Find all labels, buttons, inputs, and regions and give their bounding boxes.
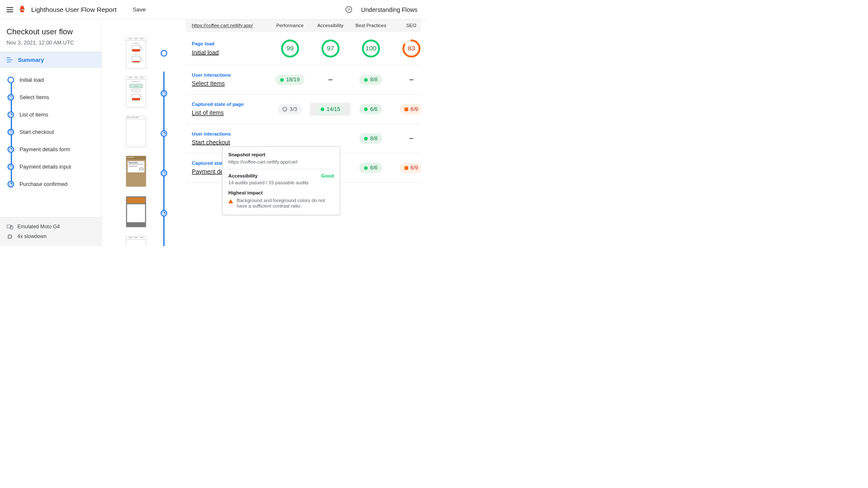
- sidebar-step[interactable]: Payment details input: [7, 158, 102, 175]
- timeline-node-navigation-icon: [161, 50, 167, 57]
- sidebar-step-list: Initial load Select Items List of items …: [0, 68, 102, 198]
- timeline-node-timespan-icon: [161, 170, 167, 177]
- tooltip-rating: Good: [321, 173, 334, 179]
- score-pill[interactable]: 6/9: [400, 163, 421, 173]
- tooltip-detail: 14 audits passed / 15 passable audits: [228, 180, 334, 186]
- step-thumbnail[interactable]: Add Espresso?Yes please: [126, 76, 146, 108]
- tooltip-highest-impact-title: Highest impact: [228, 190, 334, 196]
- table-row: User interactions Select Items 18/198/8: [186, 65, 421, 94]
- score-pill[interactable]: 6/6: [359, 104, 382, 114]
- svg-text:99: 99: [286, 44, 293, 52]
- svg-text:97: 97: [327, 44, 334, 52]
- step-title-link[interactable]: List of items: [192, 110, 270, 116]
- main-panel: espressolatte Add Espresso?Yes please To…: [102, 19, 426, 246]
- svg-rect-12: [8, 235, 11, 238]
- sidebar-step[interactable]: Start checkout: [7, 123, 102, 141]
- lighthouse-logo-icon: [19, 5, 26, 14]
- not-applicable-icon: [409, 138, 413, 139]
- warning-triangle-icon: [228, 199, 233, 203]
- tooltip-url: https://coffee-cart.netlify.app/cart: [228, 159, 334, 169]
- navigation-node-icon: [8, 77, 14, 83]
- devices-icon: [7, 225, 14, 230]
- sidebar-step-label: Purchase confirmed: [19, 181, 67, 187]
- sidebar-step-label: Select Items: [19, 94, 49, 100]
- step-title-link[interactable]: Initial load: [192, 49, 270, 56]
- sidebar-step[interactable]: Initial load: [7, 71, 102, 89]
- env-device: Emulated Moto G4: [7, 222, 95, 232]
- timespan-node-icon: [8, 129, 14, 136]
- step-thumbnail[interactable]: espressolatte: [126, 37, 146, 69]
- sidebar-step[interactable]: List of items: [7, 106, 102, 123]
- flow-url[interactable]: https://coffee-cart.netlify.app/: [192, 23, 270, 28]
- table-row: Page load Initial load 99 97 100 83: [186, 32, 421, 65]
- svg-text:100: 100: [365, 44, 376, 52]
- timespan-node-icon: [8, 94, 14, 101]
- tooltip-title: Snapshot report: [228, 152, 334, 158]
- sidebar-summary-tab[interactable]: Summary: [0, 52, 102, 68]
- step-kind-label: User interactions: [192, 72, 270, 78]
- timeline-rail: [163, 72, 164, 246]
- timeline-node-snapshot-icon: [161, 210, 167, 217]
- score-gauge[interactable]: 99: [281, 39, 299, 58]
- step-kind-label: Page load: [192, 41, 270, 47]
- flow-title: Checkout user flow: [7, 27, 95, 36]
- help-icon[interactable]: ?: [345, 6, 352, 13]
- sidebar-step[interactable]: Purchase confirmed: [7, 175, 102, 193]
- step-kind-label: User interactions: [192, 131, 270, 137]
- sidebar-step-label: List of items: [19, 111, 48, 118]
- column-header: Accessibility: [310, 23, 351, 28]
- snapshot-node-icon: [8, 146, 14, 153]
- step-thumbnail[interactable]: [126, 196, 146, 227]
- table-row: Captured state of page List of items 3/3…: [186, 94, 421, 124]
- score-gauge[interactable]: 100: [362, 39, 380, 58]
- step-title-link[interactable]: Start checkout: [192, 139, 270, 146]
- sidebar-step-label: Initial load: [19, 77, 44, 83]
- timespan-node-icon: [8, 164, 14, 170]
- env-throttle: 4x slowdown: [7, 232, 95, 241]
- not-applicable-icon: [328, 79, 333, 80]
- column-header: Best Practices: [351, 23, 391, 28]
- sidebar-summary-label: Summary: [18, 57, 44, 64]
- env-device-label: Emulated Moto G4: [17, 224, 60, 230]
- score-gauge[interactable]: 97: [321, 39, 340, 58]
- understanding-flows-link[interactable]: Understanding Flows: [361, 6, 417, 13]
- column-header: Performance: [270, 23, 310, 28]
- score-pill[interactable]: 8/8: [359, 75, 382, 85]
- step-thumbnail[interactable]: [126, 116, 146, 147]
- snapshot-node-icon: [8, 181, 14, 188]
- step-title-link[interactable]: Select Items: [192, 80, 270, 87]
- summary-icon: [7, 58, 14, 62]
- score-pill[interactable]: 3/3: [278, 104, 302, 114]
- svg-marker-0: [20, 6, 24, 9]
- sidebar-environment: Emulated Moto G4 4x slowdown: [0, 217, 102, 247]
- table-header-row: https://coffee-cart.netlify.app/ Perform…: [186, 19, 421, 32]
- app-header: Lighthouse User Flow Report Save ? Under…: [0, 0, 426, 19]
- sidebar-step-label: Payment details input: [19, 164, 71, 170]
- score-gauge[interactable]: 83: [402, 39, 420, 58]
- step-thumbnail[interactable]: Total: $41.00 Payment details: [126, 156, 146, 187]
- timeline-node-snapshot-icon: [161, 130, 167, 137]
- score-pill[interactable]: 6/6: [359, 163, 382, 173]
- cpu-icon: [7, 234, 14, 239]
- sidebar-step[interactable]: Select Items: [7, 89, 102, 106]
- snapshot-node-icon: [8, 111, 14, 118]
- sidebar-step[interactable]: Payment details form: [7, 141, 102, 158]
- save-button[interactable]: Save: [133, 6, 146, 13]
- sidebar-step-label: Payment details form: [19, 146, 70, 152]
- timeline-node-timespan-icon: [161, 90, 167, 97]
- score-pill[interactable]: 18/19: [275, 75, 305, 85]
- flow-datetime: Nov 3, 2021, 12:00 AM UTC: [7, 39, 95, 46]
- score-tooltip: Snapshot report https://coffee-cart.netl…: [222, 147, 340, 215]
- score-pill[interactable]: 14/15: [316, 104, 345, 114]
- menu-icon[interactable]: [7, 7, 14, 12]
- env-throttle-label: 4x slowdown: [17, 233, 47, 239]
- sidebar: Checkout user flow Nov 3, 2021, 12:00 AM…: [0, 19, 102, 246]
- step-thumbnail[interactable]: [126, 236, 146, 246]
- svg-text:83: 83: [408, 44, 415, 52]
- tooltip-highest-impact-text: Background and foreground colors do not …: [237, 198, 334, 208]
- score-pill[interactable]: 6/9: [400, 104, 421, 114]
- score-pill[interactable]: 8/8: [359, 133, 382, 144]
- not-applicable-icon: [409, 79, 413, 80]
- step-kind-label: Captured state of page: [192, 102, 270, 107]
- tooltip-category: Accessibility: [228, 173, 258, 179]
